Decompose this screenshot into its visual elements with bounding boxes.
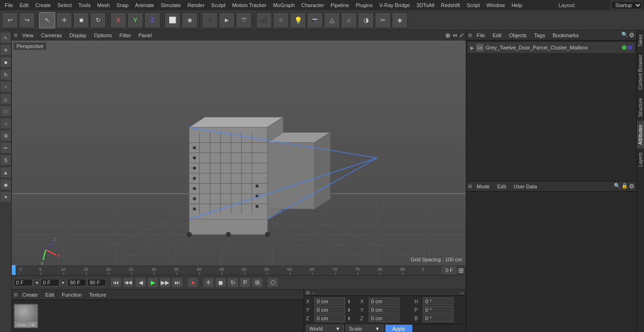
sidebar-icon-7[interactable]: ☆	[0, 118, 11, 129]
objects-objects-btn[interactable]: Objects	[506, 32, 529, 39]
prev-frame-button[interactable]: ◀	[135, 277, 146, 288]
menu-pipeline[interactable]: Pipeline	[328, 1, 352, 9]
coord-x1-input[interactable]	[314, 298, 345, 305]
object-list-item[interactable]: ▶ Lo Grey_Twelve_Door_Parcel_Cluster_Mai…	[468, 42, 635, 53]
menu-edit[interactable]: Edit	[17, 1, 32, 9]
timeline-ruler[interactable]: 0 5 10 15 20 25 30 35	[18, 265, 440, 275]
sphere-button[interactable]: ○	[273, 12, 289, 28]
object-mode-button[interactable]: ⬜	[165, 12, 181, 28]
objects-bookmarks-btn[interactable]: Bookmarks	[550, 32, 581, 39]
rs-tab-layers[interactable]: Layers	[637, 148, 644, 170]
menu-sculpt[interactable]: Sculpt	[208, 1, 229, 9]
sidebar-icon-11[interactable]: ▲	[0, 167, 11, 178]
attrs-userdata-btn[interactable]: User Data	[511, 183, 540, 190]
coord-y1-input[interactable]	[314, 306, 345, 314]
axis-z-button[interactable]: Z	[144, 12, 160, 28]
grid-button[interactable]: ⊞	[252, 277, 263, 288]
menu-3dtoall[interactable]: 3DToAll	[413, 1, 437, 9]
coord-z1-input[interactable]	[314, 315, 345, 322]
select-tool-button[interactable]: ↖	[39, 12, 55, 28]
menu-motion-tracker[interactable]: Motion Tracker	[229, 1, 269, 9]
knife-button[interactable]: ✂	[375, 12, 391, 28]
prev-key-button[interactable]: ◀◀	[123, 277, 134, 288]
menu-vray[interactable]: V-Ray Bridge	[377, 1, 413, 9]
vp-maximize-icon[interactable]: ⤢	[459, 32, 464, 39]
sidebar-icon-9[interactable]: ✏	[0, 142, 11, 154]
rotate-tool-transport[interactable]: ↻	[227, 277, 239, 288]
coord-x2-input[interactable]	[369, 298, 399, 305]
polygon-button[interactable]: △	[324, 12, 340, 28]
menu-character[interactable]: Character	[298, 1, 327, 9]
frame-end-input1[interactable]	[67, 279, 86, 286]
mat-edit-btn[interactable]: Edit	[42, 291, 57, 299]
timeline-end-icon[interactable]: ⊞	[458, 267, 464, 274]
attrs-lock-icon[interactable]: 🔒	[621, 183, 628, 190]
frame-start-input[interactable]	[14, 279, 33, 286]
redo-button[interactable]: ↪	[19, 12, 35, 28]
vp-tab-panel[interactable]: Panel	[136, 32, 155, 39]
mat-texture-btn[interactable]: Texture	[86, 291, 109, 299]
world-dropdown[interactable]: World ▼	[306, 324, 344, 332]
render-view-button[interactable]: ▶	[219, 12, 235, 28]
camera-button[interactable]: 📷	[307, 12, 323, 28]
vp-tab-display[interactable]: Display	[66, 32, 89, 39]
scale-dropdown[interactable]: Scale ▼	[346, 324, 383, 332]
3d-viewport[interactable]: X Y Z Perspective Grid Spacing : 100 cm	[12, 40, 466, 265]
mat-create-btn[interactable]: Create	[19, 291, 41, 299]
coord-b-input[interactable]	[423, 315, 454, 322]
sidebar-icon-10[interactable]: S	[0, 154, 11, 166]
undo-button[interactable]: ↩	[2, 12, 18, 28]
attrs-edit-btn[interactable]: Edit	[495, 183, 509, 190]
axis-x-button[interactable]: X	[110, 12, 126, 28]
sidebar-icon-2[interactable]: ◼	[0, 57, 11, 68]
vp-expand-icon[interactable]: ⊕	[445, 32, 451, 39]
objects-tags-btn[interactable]: Tags	[531, 32, 548, 39]
rs-tab-content-browser[interactable]: Content Browser	[637, 50, 644, 93]
light-button[interactable]: 💡	[290, 12, 306, 28]
sidebar-icon-12[interactable]: ◉	[0, 179, 11, 190]
coord-y2-input[interactable]	[369, 306, 399, 314]
menu-file[interactable]: File	[2, 1, 16, 9]
play-button[interactable]: ▶	[147, 277, 158, 288]
vp-tab-cameras[interactable]: Cameras	[38, 32, 65, 39]
coord-h-input[interactable]	[423, 298, 454, 305]
sidebar-icon-0[interactable]: ↖	[0, 32, 11, 43]
menu-mograph[interactable]: MoGraph	[270, 1, 297, 9]
record-button[interactable]: ●	[187, 277, 198, 288]
keyframe-button[interactable]: ⬡	[267, 277, 279, 288]
layout-select[interactable]: Startup	[611, 1, 642, 9]
scale-tool-button[interactable]: ◼	[73, 12, 89, 28]
objects-file-btn[interactable]: File	[474, 32, 488, 39]
menu-plugins[interactable]: Plugins	[353, 1, 375, 9]
menu-simulate[interactable]: Simulate	[158, 1, 184, 9]
vp-arrows-icon[interactable]: ⇔	[453, 32, 457, 39]
menu-script[interactable]: Script	[464, 1, 483, 9]
sidebar-icon-6[interactable]: □	[0, 105, 11, 117]
axis-y-button[interactable]: Y	[127, 12, 143, 28]
object-key-button[interactable]: ▣	[182, 12, 198, 28]
vp-tab-filter[interactable]: Filter	[116, 32, 133, 39]
menu-snap[interactable]: Snap	[114, 1, 132, 9]
sidebar-icon-8[interactable]: ⚙	[0, 130, 11, 141]
vp-tab-options[interactable]: Options	[91, 32, 115, 39]
objects-edit-btn[interactable]: Edit	[490, 32, 504, 39]
menu-animate[interactable]: Animate	[132, 1, 157, 9]
rs-tab-attributes[interactable]: Attributes	[637, 121, 644, 148]
cube-button[interactable]: ⬛	[256, 12, 272, 28]
vp-tab-view[interactable]: View	[19, 32, 36, 39]
menu-window[interactable]: Window	[484, 1, 508, 9]
menu-render[interactable]: Render	[185, 1, 207, 9]
deformer-button[interactable]: ⌂	[341, 12, 357, 28]
move-tool-transport[interactable]: ✛	[203, 277, 214, 288]
material-thumbnail[interactable]: Grey_CB	[14, 304, 38, 328]
coord-z2-input[interactable]	[369, 315, 399, 322]
object-expand-icon[interactable]: ▶	[471, 45, 474, 50]
objects-settings-icon[interactable]: ⚙	[629, 32, 635, 39]
sidebar-icon-13[interactable]: ✦	[0, 191, 11, 202]
rs-tab-takes[interactable]: Takes	[637, 30, 644, 50]
rotate-tool-button[interactable]: ↻	[90, 12, 106, 28]
frame-current-input[interactable]	[41, 279, 59, 286]
frame-spinner-down[interactable]: ◂	[33, 279, 40, 286]
menu-tools[interactable]: Tools	[75, 1, 93, 9]
mat-function-btn[interactable]: Function	[59, 291, 84, 299]
